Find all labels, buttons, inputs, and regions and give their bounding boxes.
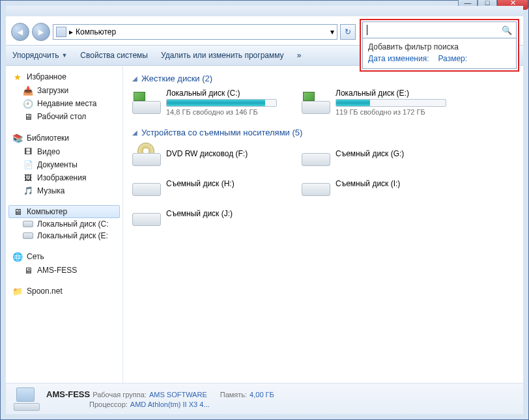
sidebar-item-drive-e[interactable]: Локальный диск (E: <box>8 230 120 242</box>
content-pane: ◢ Жесткие диски (2) Локальный диск (C:) … <box>123 66 523 383</box>
filter-date-modified[interactable]: Дата изменения: <box>368 54 429 63</box>
status-workgroup-value: AMS SOFTWARE <box>149 391 207 399</box>
search-input[interactable] <box>369 25 502 35</box>
sidebar-item-ams-fess[interactable]: 🖥AMS-FESS <box>8 264 120 277</box>
system-properties-button[interactable]: Свойства системы <box>80 51 148 60</box>
drive-tile-g[interactable]: Съемный диск (G:) <box>302 143 451 166</box>
address-chevron: ▸ <box>69 27 73 36</box>
search-panel: 🔍 Добавить фильтр поиска Дата изменения:… <box>360 19 519 72</box>
drive-tile-i[interactable]: Съемный диск (I:) <box>302 173 451 196</box>
status-memory-value: 4,00 ГБ <box>250 391 274 399</box>
search-filter-dropdown: Добавить фильтр поиска Дата изменения: Р… <box>362 38 517 69</box>
sidebar-item-desktop[interactable]: 🖥Рабочий стол <box>8 110 120 123</box>
navigation-pane: ★ Избранное 📥Загрузки 🕘Недавние места 🖥Р… <box>6 66 123 383</box>
address-bar[interactable]: ▸ Компьютер ▾ <box>53 24 337 40</box>
drive-icon <box>23 221 33 227</box>
document-icon: 📄 <box>23 160 33 170</box>
drive-freespace: 119 ГБ свободно из 172 ГБ <box>336 108 451 116</box>
computer-icon: 🖥 <box>12 206 23 217</box>
group-removable[interactable]: ◢ Устройства со съемными носителями (5) <box>132 128 514 137</box>
organize-menu[interactable]: Упорядочить▼ <box>12 51 67 60</box>
address-dropdown-icon[interactable]: ▾ <box>330 27 334 36</box>
titlebar <box>6 6 523 16</box>
libraries-icon: 📚 <box>12 133 23 143</box>
details-pane: AMS-FESS Рабочая группа: AMS SOFTWARE Па… <box>6 383 523 414</box>
usage-bar <box>336 99 446 107</box>
music-icon: 🎵 <box>23 186 33 196</box>
search-filter-header: Добавить фильтр поиска <box>368 42 511 51</box>
drive-name: Съемный диск (G:) <box>336 149 451 158</box>
collapse-icon[interactable]: ◢ <box>132 75 137 82</box>
back-button[interactable]: ◄ <box>11 23 29 41</box>
group-hard-disks[interactable]: ◢ Жесткие диски (2) <box>132 74 514 83</box>
removable-icon <box>302 173 330 196</box>
usage-bar <box>166 99 277 107</box>
drive-name: DVD RW дисковод (F:) <box>166 149 282 158</box>
recent-icon: 🕘 <box>23 98 33 109</box>
sidebar-item-pictures[interactable]: 🖼Изображения <box>8 171 120 184</box>
drive-tile-f[interactable]: DVD RW дисковод (F:) <box>132 143 282 166</box>
computer-icon <box>56 27 66 37</box>
sidebar-item-downloads[interactable]: 📥Загрузки <box>8 84 120 97</box>
status-name: AMS-FESS <box>46 389 90 399</box>
forward-button[interactable]: ► <box>32 23 50 41</box>
picture-icon: 🖼 <box>23 173 33 183</box>
drive-name: Локальный диск (E:) <box>336 89 451 98</box>
computer-large-icon <box>14 387 40 411</box>
dvd-icon <box>132 143 161 166</box>
sidebar-favorites[interactable]: ★ Избранное <box>8 70 120 84</box>
drive-icon <box>23 232 33 239</box>
sidebar-libraries[interactable]: 📚 Библиотеки <box>8 131 120 145</box>
uninstall-program-button[interactable]: Удалить или изменить программу <box>161 51 284 60</box>
drive-tile-c[interactable]: Локальный диск (C:) 14,8 ГБ свободно из … <box>132 89 282 116</box>
search-icon[interactable]: 🔍 <box>502 25 512 35</box>
desktop-icon: 🖥 <box>23 111 33 122</box>
hdd-tiles: Локальный диск (C:) 14,8 ГБ свободно из … <box>132 89 514 116</box>
sidebar-item-drive-c[interactable]: Локальный диск (C: <box>8 218 120 230</box>
status-workgroup-label: Рабочая группа: <box>93 391 147 399</box>
refresh-button[interactable]: ↻ <box>340 24 356 40</box>
status-cpu-label: Процессор: <box>89 400 128 408</box>
drive-name: Съемный диск (I:) <box>336 179 451 188</box>
drive-tile-e[interactable]: Локальный диск (E:) 119 ГБ свободно из 1… <box>302 89 451 116</box>
network-icon: 🌐 <box>12 251 23 262</box>
removable-icon <box>132 203 161 226</box>
sidebar-item-spoon[interactable]: 📁Spoon.net <box>8 285 120 298</box>
removable-icon <box>132 173 161 196</box>
drive-name: Съемный диск (H:) <box>166 179 282 188</box>
sidebar-item-videos[interactable]: 🎞Видео <box>8 145 120 158</box>
search-box[interactable]: 🔍 <box>362 21 517 38</box>
pc-icon: 🖥 <box>23 265 33 275</box>
filter-size[interactable]: Размер: <box>438 54 468 63</box>
folder-icon: 📁 <box>12 286 23 296</box>
folder-icon: 📥 <box>23 85 33 96</box>
drive-freespace: 14,8 ГБ свободно из 146 ГБ <box>166 108 282 116</box>
video-icon: 🎞 <box>23 147 33 157</box>
sidebar-computer[interactable]: 🖥 Компьютер <box>8 205 120 218</box>
sidebar-network[interactable]: 🌐 Сеть <box>8 249 120 264</box>
address-label: Компьютер <box>76 27 116 36</box>
sidebar-item-recent[interactable]: 🕘Недавние места <box>8 97 120 110</box>
removable-tiles: DVD RW дисковод (F:) Съемный диск (G:) С… <box>132 143 514 226</box>
drive-tile-h[interactable]: Съемный диск (H:) <box>132 173 282 196</box>
explorer-window: — □ ✕ ◄ ► ▸ Компьютер ▾ ↻ 🔍 Добавит <box>0 0 529 420</box>
toolbar-overflow[interactable]: » <box>297 51 302 60</box>
sidebar-item-documents[interactable]: 📄Документы <box>8 158 120 171</box>
text-cursor <box>367 25 367 35</box>
favorites-icon: ★ <box>12 72 23 82</box>
removable-icon <box>302 143 330 166</box>
status-cpu-value: AMD Athlon(tm) II X3 4... <box>130 400 210 408</box>
hdd-icon <box>132 91 161 114</box>
drive-name: Съемный диск (J:) <box>166 209 282 218</box>
hdd-icon <box>302 91 330 114</box>
drive-name: Локальный диск (C:) <box>166 89 282 98</box>
drive-tile-j[interactable]: Съемный диск (J:) <box>132 203 282 226</box>
collapse-icon[interactable]: ◢ <box>132 129 137 136</box>
status-memory-label: Память: <box>220 391 247 399</box>
sidebar-item-music[interactable]: 🎵Музыка <box>8 184 120 197</box>
